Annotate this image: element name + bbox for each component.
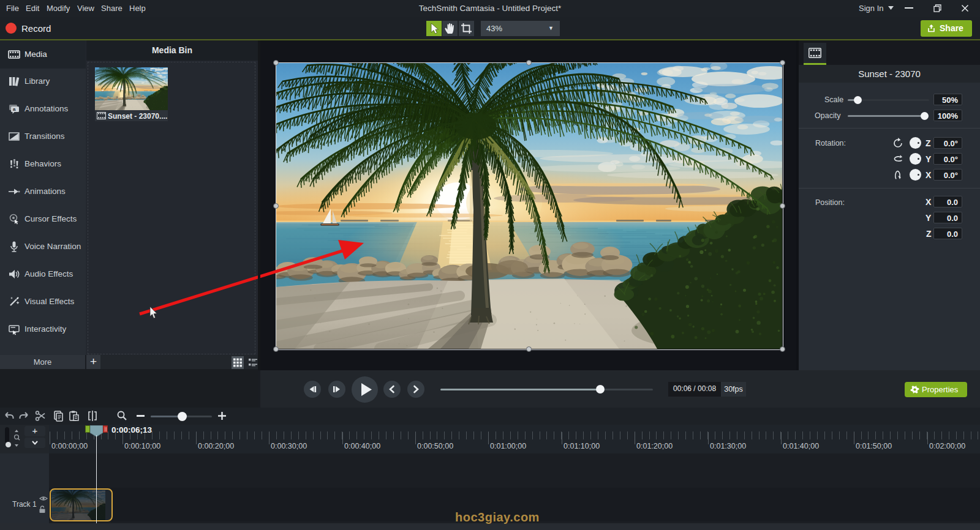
svg-text:a: a [13, 106, 16, 112]
